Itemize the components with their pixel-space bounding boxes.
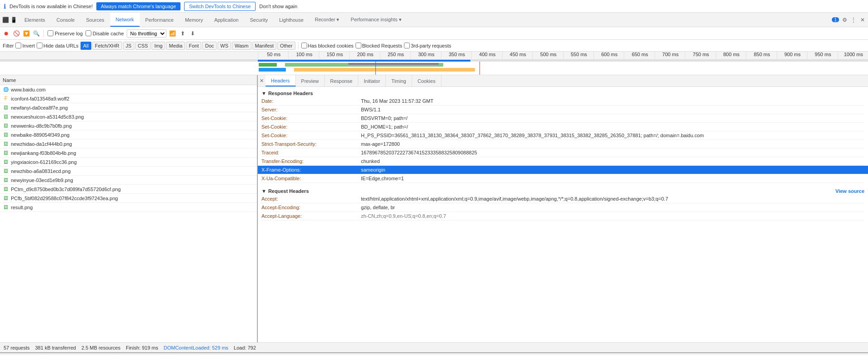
detail-close-icon[interactable]: ✕ [258,75,266,86]
detail-tab-headers[interactable]: Headers [266,75,296,86]
tab-memory[interactable]: Memory [180,13,209,27]
header-accept-language[interactable]: Accept-Language zh-CN,zh;q=0.9,en-US;q=0… [261,212,864,221]
filter-fetch-xhr[interactable]: Fetch/XHR [92,42,122,50]
dont-show-button[interactable]: Don't show again [259,4,297,9]
switch-language-button[interactable]: Switch DevTools to Chinese [184,2,256,11]
file-row-png2[interactable]: 🖼 newxueshuicon-a5314d5c83.png [0,112,257,121]
file-row-png3[interactable]: 🖼 newwenku-d8c9b7b0fb.png [0,121,257,130]
tab-security[interactable]: Security [244,13,274,27]
blocked-cookies-label[interactable]: Has blocked cookies [301,43,354,48]
console-tab-issues[interactable]: Issues [49,353,71,355]
filter-css[interactable]: CSS [135,42,151,50]
file-name: iconfont-fa013548a9.woff2 [11,96,254,101]
filter-js[interactable]: JS [123,42,134,50]
filter-doc[interactable]: Doc [202,42,217,50]
tab-lighthouse[interactable]: Lighthouse [274,13,309,27]
invert-checkbox[interactable] [15,43,21,48]
file-row-png10[interactable]: 🖼 PCtm_d9c8750bed0b3c7d089fa7d55720d6cf.… [0,185,257,194]
view-source-link[interactable]: View source [835,188,864,194]
tab-performance-insights[interactable]: Performance insights ▾ [345,13,407,27]
header-date[interactable]: Date Thu, 16 Mar 2023 11:57:32 GMT [261,97,864,106]
mobile-icon[interactable]: 📱 [10,16,17,24]
tab-recorder[interactable]: Recorder ▾ [309,13,345,27]
filter-font[interactable]: Font [186,42,201,50]
blocked-cookies-checkbox[interactable] [301,43,307,48]
detail-tab-timing[interactable]: Timing [386,75,412,86]
disable-cache-label[interactable]: Disable cache [85,30,124,36]
header-xfo[interactable]: X-Frame-Options sameorigin [258,166,868,174]
tab-sources[interactable]: Sources [81,13,110,27]
file-row-woff2[interactable]: F iconfont-fa013548a9.woff2 [0,94,257,103]
tab-application[interactable]: Application [209,13,245,27]
header-server[interactable]: Server BWS/1.1 [261,106,864,114]
hide-data-urls-label[interactable]: Hide data URLs [37,43,79,48]
file-row-png11[interactable]: 🖼 PCfb_5bf082d29588c07f842ccde3f97243ea.… [0,194,257,203]
tick-200: 200 ms [349,52,379,59]
header-xua[interactable]: X-Ua-Compatible IE=Edge,chrome=1 [261,174,864,183]
close-devtools-icon[interactable]: ✕ [859,16,866,24]
preserve-log-checkbox[interactable] [47,30,53,36]
hide-data-urls-checkbox[interactable] [37,43,43,48]
more-icon[interactable]: ⋮ [850,16,857,24]
header-val-server: BWS/1.1 [361,107,380,112]
filter-icon[interactable]: 🔽 [23,30,30,37]
detail-tab-initiator[interactable]: Initiator [358,75,386,86]
file-row-png4[interactable]: 🖼 newbaike-889054f349.png [0,130,257,139]
header-accept-encoding[interactable]: Accept-Encoding gzip, deflate, br [261,203,864,212]
settings-icon[interactable]: ⚙ [841,16,848,24]
header-key-server: Server [261,107,361,112]
header-setcookie1[interactable]: Set-Cookie BDSVRTM=0; path=/ [261,114,864,123]
file-row-png5[interactable]: 🖼 newzhidao-da1cf444b0.png [0,139,257,149]
record-icon[interactable]: ⏺ [3,30,10,37]
filter-img[interactable]: Img [152,42,165,50]
file-row-png9[interactable]: 🖼 newyinyue-03ecd1e9b9.png [0,176,257,185]
filter-all[interactable]: All [81,42,91,50]
header-setcookie2[interactable]: Set-Cookie BD_HOME=1; path=/ [261,123,864,131]
filter-manifest[interactable]: Manifest [252,42,277,50]
clear-icon[interactable]: 🚫 [13,30,20,37]
header-accept[interactable]: Accept text/html,application/xhtml+xml,a… [261,195,864,203]
export-icon[interactable]: ⬇ [189,30,196,37]
tab-console[interactable]: Console [51,13,81,27]
detail-tab-response[interactable]: Response [325,75,359,86]
import-icon[interactable]: ⬆ [179,30,186,37]
file-row-png6[interactable]: 🖼 newjiankang-f03b804b4b.png [0,149,257,158]
throttle-select[interactable]: No throttling Fast 3G Slow 3G [127,29,166,38]
cursor-icon[interactable]: ⬛ [2,16,9,24]
tab-performance[interactable]: Performance [140,13,180,27]
header-setcookie3[interactable]: Set-Cookie H_PS_PSSID=36561_38113_38130_… [261,131,864,140]
third-party-checkbox[interactable] [404,43,410,48]
detail-tab-preview[interactable]: Preview [296,75,325,86]
header-sts[interactable]: Strict-Transport-Security max-age=172800 [261,140,864,149]
request-headers-title: ▼ Request Headers View source [261,187,864,195]
file-list-panel: Name 🌐 www.baidu.com F iconfont-fa013548… [0,75,258,342]
header-key-setcookie1: Set-Cookie [261,115,361,121]
request-headers-label: Request Headers [268,188,309,194]
preserve-log-label[interactable]: Preserve log [47,30,83,36]
filter-media[interactable]: Media [166,42,185,50]
file-row-baidu[interactable]: 🌐 www.baidu.com [0,85,257,94]
filter-wasm[interactable]: Wasm [232,42,251,50]
header-traceid[interactable]: Traceid 16789678520372227367415233358832… [261,149,864,157]
filter-other[interactable]: Other [277,42,295,50]
invert-label[interactable]: Invert [15,43,35,48]
file-row-png1[interactable]: 🖼 newfanyi-da0cea8f7e.png [0,103,257,112]
blocked-requests-text: Blocked Requests [362,43,403,48]
tab-elements[interactable]: Elements [19,13,51,27]
file-list-header: Name [0,75,257,85]
match-language-button[interactable]: Always match Chrome's language [96,2,180,10]
wifi-icon[interactable]: 📶 [169,30,176,37]
blocked-requests-label[interactable]: Blocked Requests [356,43,403,48]
filter-ws[interactable]: WS [218,42,231,50]
file-row-png8[interactable]: 🖼 newzhibo-a6a0831ecd.png [0,167,257,176]
file-row-png7[interactable]: 🖼 yingxiaoicon-612169cc36.png [0,158,257,167]
console-tab-console[interactable]: Console [21,353,46,355]
detail-tab-cookies[interactable]: Cookies [412,75,441,86]
file-row-result[interactable]: 🖼 result.png [0,203,257,212]
disable-cache-checkbox[interactable] [85,30,91,36]
blocked-requests-checkbox[interactable] [356,43,361,48]
third-party-label[interactable]: 3rd-party requests [404,43,451,48]
header-te[interactable]: Transfer-Encoding chunked [261,157,864,166]
tab-network[interactable]: Network [110,13,140,27]
search-icon[interactable]: 🔍 [33,30,40,37]
